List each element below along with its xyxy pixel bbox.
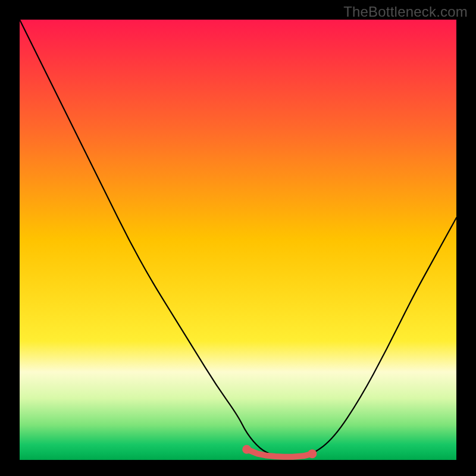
watermark-text: TheBottleneck.com — [343, 4, 468, 20]
plot-background — [20, 20, 456, 460]
marker-end-dot — [308, 449, 317, 458]
chart-stage: TheBottleneck.com — [0, 0, 476, 476]
marker-end-dot — [242, 445, 251, 454]
bottleneck-chart — [0, 0, 476, 476]
